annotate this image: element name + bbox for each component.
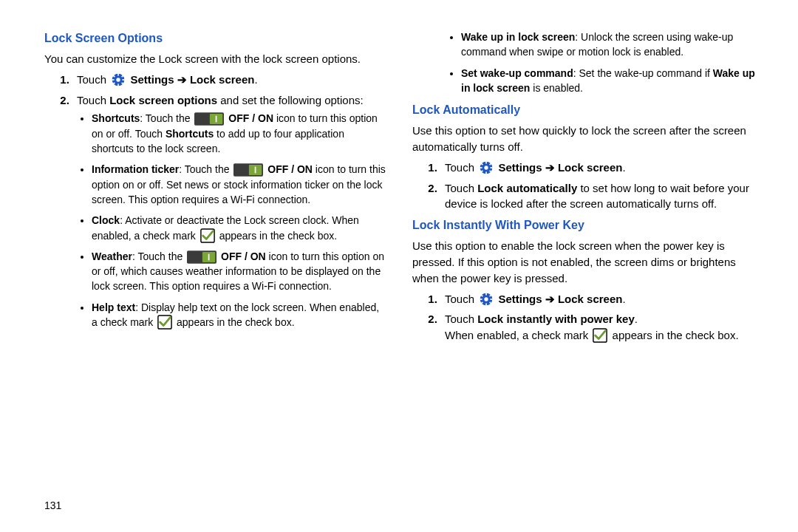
- instant-steps: Touch Settings ➔ Lock screen. Touch Lock…: [412, 291, 761, 344]
- step-1: Touch Settings ➔ Lock screen.: [72, 72, 386, 88]
- arrow-icon: ➔: [545, 293, 555, 305]
- toggle-icon: [233, 163, 263, 177]
- settings-label: Settings: [130, 73, 174, 86]
- intro-text: You can customize the Lock screen with t…: [44, 51, 386, 67]
- bullet-wake-up: Wake up in lock screen: Unlock the scree…: [461, 30, 761, 60]
- auto-step-1: Touch Settings ➔ Lock screen.: [440, 160, 761, 176]
- bullet-information-ticker: Information ticker: Touch the OFF / ON i…: [92, 162, 386, 207]
- bullet-help-text: Help text: Display help text on the lock…: [92, 300, 386, 330]
- instant-step-2: Touch Lock instantly with power key. Whe…: [440, 311, 761, 344]
- right-column: Wake up in lock screen: Unlock the scree…: [406, 27, 768, 517]
- instant-step-1: Touch Settings ➔ Lock screen.: [440, 291, 761, 307]
- options-bullets: Shortcuts: Touch the OFF / ON icon to tu…: [77, 111, 386, 330]
- bullet-weather: Weather: Touch the OFF / ON icon to turn…: [92, 249, 386, 294]
- heading-lock-screen-options: Lock Screen Options: [44, 30, 386, 47]
- step1-touch: Touch: [77, 73, 106, 86]
- steps-list: Touch Settings ➔ Lock screen. Touch Lock…: [44, 72, 386, 330]
- arrow-icon: ➔: [545, 161, 555, 174]
- heading-lock-instantly: Lock Instantly With Power Key: [412, 216, 761, 233]
- auto-intro: Use this option to set how quickly to lo…: [412, 123, 761, 155]
- gear-icon: [111, 72, 126, 87]
- manual-page: Lock Screen Options You can customize th…: [0, 0, 798, 532]
- checkmark-icon: [593, 328, 607, 343]
- bullet-shortcuts: Shortcuts: Touch the OFF / ON icon to tu…: [92, 111, 386, 156]
- auto-step-2: Touch Lock automatically to set how long…: [440, 180, 761, 213]
- checkmark-icon: [200, 228, 215, 243]
- arrow-icon: ➔: [177, 73, 187, 86]
- continued-bullets: Wake up in lock screen: Unlock the scree…: [446, 30, 761, 95]
- step-2: Touch Lock screen options and set the fo…: [72, 92, 386, 330]
- auto-steps: Touch Settings ➔ Lock screen. Touch Lock…: [412, 160, 761, 212]
- page-number: 131: [44, 499, 61, 511]
- bullet-set-wakeup: Set wake-up command: Set the wake-up com…: [461, 66, 761, 96]
- bullet-clock: Clock: Activate or deactivate the Lock s…: [92, 213, 386, 243]
- instant-intro: Use this option to enable the lock scree…: [412, 238, 761, 286]
- toggle-icon: [194, 112, 224, 126]
- lockscreen-label: Lock screen: [190, 73, 255, 86]
- left-column: Lock Screen Options You can customize th…: [44, 27, 406, 517]
- toggle-icon: [187, 250, 216, 264]
- heading-lock-automatically: Lock Automatically: [412, 101, 761, 118]
- gear-icon: [479, 160, 494, 175]
- checkmark-icon: [157, 315, 172, 330]
- gear-icon: [479, 292, 494, 307]
